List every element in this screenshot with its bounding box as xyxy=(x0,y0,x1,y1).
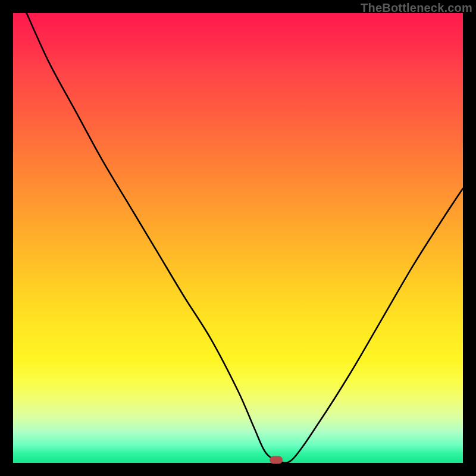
optimum-marker xyxy=(270,456,283,464)
bottleneck-curve-line xyxy=(27,13,463,463)
chart-svg xyxy=(13,13,463,463)
